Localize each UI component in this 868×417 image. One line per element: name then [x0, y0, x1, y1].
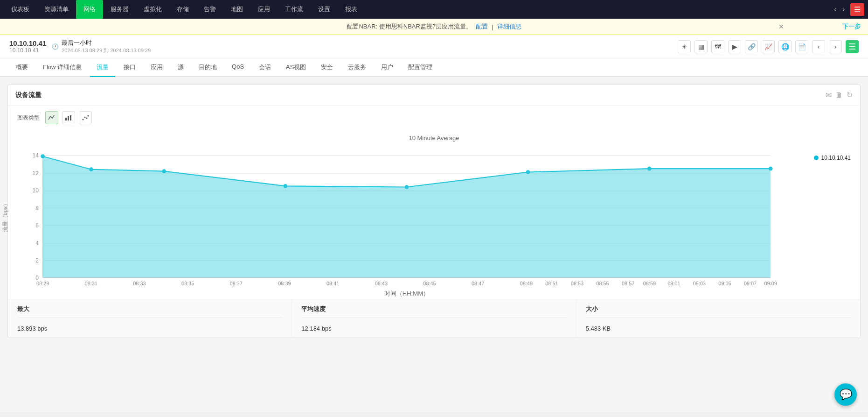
nav-item-map[interactable]: 地图: [223, 0, 250, 19]
chart-type-row: 图表类型: [8, 106, 860, 130]
chart-area-fill: [43, 156, 771, 278]
svg-text:08:49: 08:49: [520, 281, 533, 286]
nav-item-storage[interactable]: 存储: [169, 0, 196, 19]
chart-title: 10 Minute Average: [17, 134, 851, 141]
svg-text:08:31: 08:31: [85, 281, 97, 286]
tab-as-view[interactable]: AS视图: [279, 58, 312, 77]
chart-type-scatter-button[interactable]: [79, 111, 92, 124]
nav-item-reports[interactable]: 报表: [338, 0, 365, 19]
tool-layout-button[interactable]: ▦: [694, 40, 708, 53]
email-icon[interactable]: ✉: [826, 91, 832, 99]
svg-text:08:45: 08:45: [423, 281, 436, 286]
chart-wrapper: 流量（bps） 0 2 4: [17, 145, 851, 290]
nav-item-app[interactable]: 应用: [250, 0, 278, 19]
data-point-7: [647, 167, 652, 171]
banner-config-link[interactable]: 配置: [476, 22, 488, 31]
nav-item-workflow[interactable]: 工作流: [278, 0, 311, 19]
data-point-3: [162, 169, 166, 173]
svg-text:14: 14: [32, 152, 39, 159]
tab-flow-detail[interactable]: Flow 详细信息: [36, 58, 88, 77]
chart-type-bar-button[interactable]: [62, 111, 75, 124]
card-header: 设备流量 ✉ 🗎 ↻: [8, 85, 860, 106]
svg-text:10: 10: [32, 187, 39, 194]
tab-traffic[interactable]: 流量: [90, 58, 115, 77]
tab-config[interactable]: 配置管理: [402, 58, 439, 77]
top-nav: 仪表板 资源清单 网络 服务器 虚拟化 存储 告警 地图 应用 工作流 设置 报…: [0, 0, 868, 19]
data-point-1: [41, 154, 45, 158]
svg-text:08:55: 08:55: [596, 281, 609, 286]
data-point-2: [89, 167, 93, 171]
refresh-icon[interactable]: ↻: [847, 91, 853, 99]
legend-item: 10.10.10.41: [814, 155, 851, 161]
banner-next-button[interactable]: 下一步: [842, 22, 861, 31]
nav-item-alert[interactable]: 告警: [196, 0, 223, 19]
chart-svg-container: 流量（bps） 0 2 4: [17, 145, 806, 290]
stat-size-value: 5.483 KB: [586, 321, 851, 332]
svg-text:08:53: 08:53: [571, 281, 583, 286]
nav-arrows: ‹ ›: [832, 3, 847, 15]
nav-item-settings[interactable]: 设置: [311, 0, 338, 19]
tool-brightness-button[interactable]: ☀: [678, 40, 691, 53]
hamburger-menu-button[interactable]: ☰: [850, 3, 864, 16]
device-time-range: 2024-08-13 08:29 到 2024-08-13 09:29: [62, 47, 151, 54]
tool-globe-button[interactable]: 🌐: [778, 40, 792, 53]
tab-security[interactable]: 安全: [314, 58, 340, 77]
tool-prev-button[interactable]: ‹: [812, 40, 825, 53]
card-title: 设备流量: [15, 91, 42, 99]
svg-text:08:51: 08:51: [545, 281, 558, 286]
tab-source[interactable]: 源: [171, 58, 190, 77]
tool-video-button[interactable]: ▶: [728, 40, 741, 53]
tab-cloud[interactable]: 云服务: [341, 58, 373, 77]
stat-avg-value: 12.184 bps: [301, 321, 566, 332]
main-content: 设备流量 ✉ 🗎 ↻ 图表类型 10 Minute Average: [0, 77, 868, 412]
svg-text:09:03: 09:03: [693, 281, 706, 286]
svg-text:08:59: 08:59: [643, 281, 656, 286]
tab-qos[interactable]: QoS: [225, 58, 250, 77]
tab-overview[interactable]: 概要: [9, 58, 35, 77]
svg-text:6: 6: [35, 222, 39, 229]
tool-menu-button[interactable]: ☰: [846, 40, 859, 53]
svg-text:流量（bps）: 流量（bps）: [2, 201, 8, 232]
nav-next-icon[interactable]: ›: [840, 3, 847, 15]
legend-label: 10.10.10.41: [821, 155, 851, 161]
banner-detail-link[interactable]: 详细信息: [497, 22, 521, 31]
nav-item-network[interactable]: 网络: [76, 0, 103, 19]
stat-avg-cell: 平均速度 12.184 bps: [292, 299, 576, 338]
nav-item-dashboard[interactable]: 仪表板: [4, 0, 37, 19]
pdf-icon[interactable]: 🗎: [835, 91, 843, 99]
svg-text:0: 0: [35, 275, 39, 281]
tab-application[interactable]: 应用: [144, 58, 169, 77]
banner-close-icon[interactable]: ✕: [778, 23, 784, 30]
tool-link-button[interactable]: 🔗: [745, 40, 758, 53]
nav-prev-icon[interactable]: ‹: [832, 3, 838, 15]
device-ip-block: 10.10.10.41 10.10.10.41: [9, 39, 46, 54]
tool-display-button[interactable]: 🗺: [711, 40, 724, 53]
svg-rect-2: [70, 115, 71, 120]
stat-max-cell: 最大 13.893 bps: [8, 299, 292, 338]
stat-max-value: 13.893 bps: [17, 321, 282, 332]
svg-text:09:01: 09:01: [667, 281, 680, 286]
tool-graph-button[interactable]: 📈: [762, 40, 775, 53]
nav-item-virtual[interactable]: 虚拟化: [136, 0, 169, 19]
tab-user[interactable]: 用户: [375, 58, 400, 77]
banner-text: 配置NBAR: 使用思科NBAR监视7层应用流量。: [347, 22, 472, 31]
chart-type-line-button[interactable]: [45, 111, 58, 124]
tab-bar: 概要 Flow 详细信息 流量 接口 应用 源 目的地 QoS 会话 AS视图 …: [0, 58, 868, 77]
tab-session[interactable]: 会话: [252, 58, 278, 77]
tab-destination[interactable]: 目的地: [192, 58, 223, 77]
chart-legend: 10.10.10.41: [814, 145, 851, 161]
device-info: 10.10.10.41 10.10.10.41 🕐 最后一小时 2024-08-…: [9, 39, 151, 54]
nav-item-server[interactable]: 服务器: [103, 0, 136, 19]
nav-item-inventory[interactable]: 资源清单: [37, 0, 76, 19]
svg-text:08:57: 08:57: [622, 281, 634, 286]
svg-rect-1: [68, 116, 69, 120]
device-time-label: 最后一小时: [62, 39, 151, 47]
chat-float-button[interactable]: 💬: [834, 383, 857, 406]
tool-file-button[interactable]: 📄: [795, 40, 808, 53]
svg-text:08:35: 08:35: [181, 281, 194, 286]
stat-avg-label: 平均速度: [301, 305, 566, 318]
tab-interface[interactable]: 接口: [117, 58, 142, 77]
svg-text:08:37: 08:37: [230, 281, 243, 286]
tool-next-button[interactable]: ›: [829, 40, 842, 53]
svg-text:4: 4: [35, 240, 39, 247]
